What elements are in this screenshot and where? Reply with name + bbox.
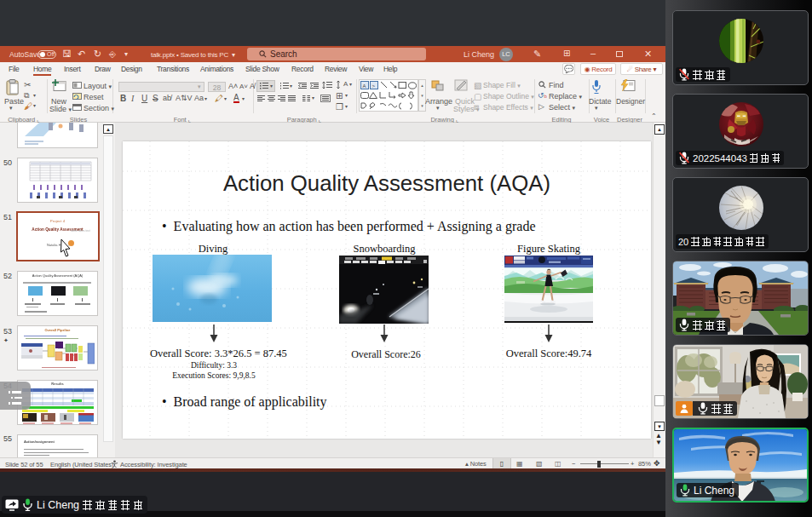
svg-text:>: > — [372, 83, 376, 89]
svg-text:A: A — [363, 83, 366, 89]
